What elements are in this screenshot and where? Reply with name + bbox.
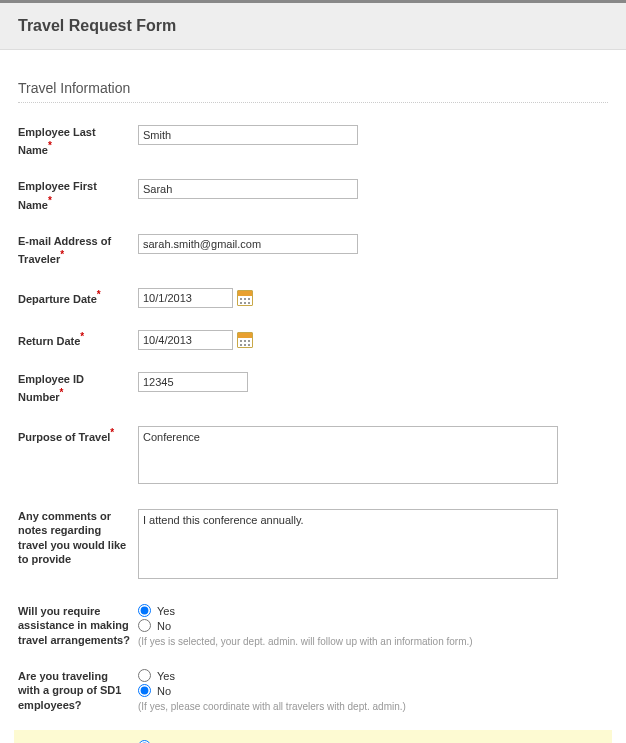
label-first-name: Employee First Name* [18, 179, 138, 211]
label-group: Are you traveling with a group of SD1 em… [18, 669, 138, 712]
label-text: E-mail Address of Traveler [18, 235, 111, 265]
hint-group: (If yes, please coordinate with all trav… [138, 701, 608, 712]
calendar-icon[interactable] [237, 332, 253, 348]
radio-label: Yes [157, 605, 175, 617]
row-empid: Employee ID Number* [18, 368, 608, 408]
radio-label: No [157, 685, 171, 697]
label-text: Employee Last Name [18, 126, 96, 156]
label-email: E-mail Address of Traveler* [18, 234, 138, 266]
label-text: Purpose of Travel [18, 431, 110, 443]
calendar-icon[interactable] [237, 290, 253, 306]
required-mark: * [97, 289, 101, 300]
row-group: Are you traveling with a group of SD1 em… [18, 665, 608, 716]
row-budget: Is this travel anticipated in Travel Bud… [14, 730, 612, 743]
input-first-name[interactable] [138, 179, 358, 199]
row-departure: Departure Date* [18, 284, 608, 312]
required-mark: * [60, 387, 64, 398]
label-text: Departure Date [18, 292, 97, 304]
input-return[interactable] [138, 330, 233, 350]
row-email: E-mail Address of Traveler* [18, 230, 608, 270]
label-empid: Employee ID Number* [18, 372, 138, 404]
row-first-name: Employee First Name* [18, 175, 608, 215]
label-departure: Departure Date* [18, 288, 138, 306]
radio-assistance-no[interactable] [138, 619, 151, 632]
input-purpose[interactable]: Conference [138, 426, 558, 484]
input-comments[interactable]: I attend this conference annually. [138, 509, 558, 579]
form-content: Travel Information Employee Last Name* E… [0, 50, 626, 743]
label-return: Return Date* [18, 330, 138, 348]
label-comments: Any comments or notes regarding travel y… [18, 509, 138, 566]
radio-group-yes[interactable] [138, 669, 151, 682]
label-assistance: Will you require assistance in making tr… [18, 604, 138, 647]
section-title: Travel Information [18, 80, 608, 103]
required-mark: * [60, 249, 64, 260]
label-text: Employee ID Number [18, 373, 84, 403]
form-header: Travel Request Form [0, 3, 626, 50]
input-last-name[interactable] [138, 125, 358, 145]
input-empid[interactable] [138, 372, 248, 392]
row-return: Return Date* [18, 326, 608, 354]
radio-label: Yes [157, 670, 175, 682]
row-last-name: Employee Last Name* [18, 121, 608, 161]
required-mark: * [48, 195, 52, 206]
required-mark: * [80, 331, 84, 342]
radio-label: No [157, 620, 171, 632]
label-purpose: Purpose of Travel* [18, 426, 138, 444]
label-text: Return Date [18, 334, 80, 346]
row-purpose: Purpose of Travel* Conference [18, 422, 608, 491]
required-mark: * [48, 140, 52, 151]
row-comments: Any comments or notes regarding travel y… [18, 505, 608, 586]
required-mark: * [110, 427, 114, 438]
label-text: Employee First Name [18, 180, 97, 210]
radio-assistance-yes[interactable] [138, 604, 151, 617]
hint-assistance: (If yes is selected, your dept. admin. w… [138, 636, 608, 647]
input-departure[interactable] [138, 288, 233, 308]
row-assistance: Will you require assistance in making tr… [18, 600, 608, 651]
label-last-name: Employee Last Name* [18, 125, 138, 157]
form-title: Travel Request Form [18, 17, 608, 35]
page: Travel Request Form Travel Information E… [0, 0, 626, 743]
radio-group-no[interactable] [138, 684, 151, 697]
input-email[interactable] [138, 234, 358, 254]
